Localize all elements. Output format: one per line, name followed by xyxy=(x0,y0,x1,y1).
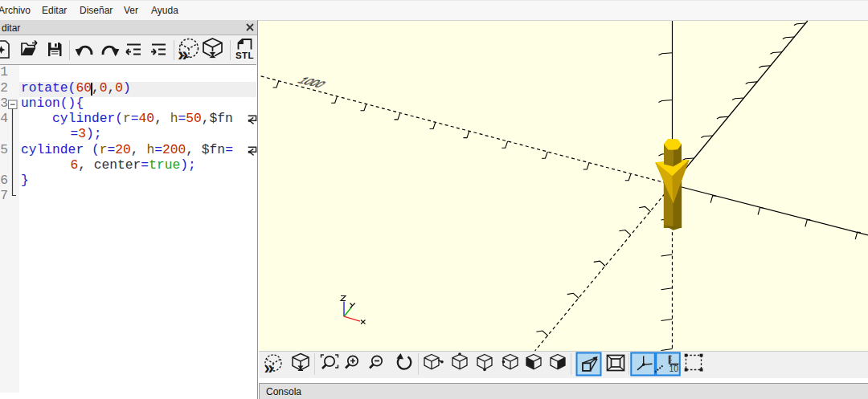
svg-text:10: 10 xyxy=(669,364,679,373)
svg-text:»: » xyxy=(264,358,274,378)
svg-text:»: » xyxy=(178,43,188,65)
svg-text:STL: STL xyxy=(235,51,254,60)
